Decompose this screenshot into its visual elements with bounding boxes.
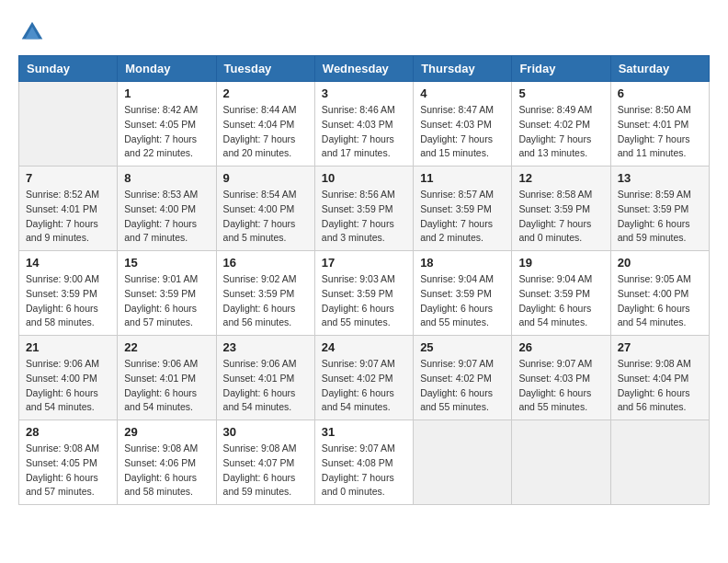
day-number: 11 bbox=[420, 171, 505, 185]
day-number: 16 bbox=[223, 256, 308, 270]
day-info: Sunrise: 9:06 AMSunset: 4:01 PMDaylight:… bbox=[223, 357, 308, 415]
calendar-cell: 20Sunrise: 9:05 AMSunset: 4:00 PMDayligh… bbox=[610, 251, 709, 336]
day-number: 21 bbox=[26, 340, 110, 354]
day-info: Sunrise: 9:08 AMSunset: 4:04 PMDaylight:… bbox=[618, 357, 702, 415]
page-header bbox=[18, 18, 710, 46]
weekday-header-saturday: Saturday bbox=[610, 56, 709, 82]
day-number: 1 bbox=[124, 86, 209, 100]
day-number: 13 bbox=[618, 171, 702, 185]
calendar-week-row: 21Sunrise: 9:06 AMSunset: 4:00 PMDayligh… bbox=[19, 336, 710, 420]
calendar-cell: 17Sunrise: 9:03 AMSunset: 3:59 PMDayligh… bbox=[314, 251, 413, 336]
logo-icon bbox=[18, 18, 46, 46]
day-info: Sunrise: 9:04 AMSunset: 3:59 PMDaylight:… bbox=[420, 272, 505, 330]
calendar-cell: 26Sunrise: 9:07 AMSunset: 4:03 PMDayligh… bbox=[512, 336, 610, 420]
day-number: 3 bbox=[322, 86, 406, 100]
day-info: Sunrise: 9:03 AMSunset: 3:59 PMDaylight:… bbox=[322, 272, 406, 330]
day-info: Sunrise: 9:05 AMSunset: 4:00 PMDaylight:… bbox=[618, 272, 702, 330]
day-info: Sunrise: 9:00 AMSunset: 3:59 PMDaylight:… bbox=[26, 272, 110, 330]
calendar-cell: 31Sunrise: 9:07 AMSunset: 4:08 PMDayligh… bbox=[314, 420, 413, 505]
day-info: Sunrise: 8:59 AMSunset: 3:59 PMDaylight:… bbox=[618, 188, 702, 246]
day-info: Sunrise: 9:07 AMSunset: 4:02 PMDaylight:… bbox=[322, 357, 406, 415]
day-number: 19 bbox=[518, 256, 603, 270]
weekday-header-friday: Friday bbox=[512, 56, 610, 82]
day-number: 28 bbox=[26, 425, 110, 439]
day-info: Sunrise: 8:42 AMSunset: 4:05 PMDaylight:… bbox=[124, 103, 209, 161]
day-info: Sunrise: 9:04 AMSunset: 3:59 PMDaylight:… bbox=[518, 272, 603, 330]
day-info: Sunrise: 8:57 AMSunset: 3:59 PMDaylight:… bbox=[420, 188, 505, 246]
day-number: 5 bbox=[518, 86, 603, 100]
calendar-cell: 10Sunrise: 8:56 AMSunset: 3:59 PMDayligh… bbox=[314, 167, 413, 251]
day-number: 29 bbox=[124, 425, 209, 439]
day-info: Sunrise: 8:49 AMSunset: 4:02 PMDaylight:… bbox=[518, 103, 603, 161]
day-info: Sunrise: 9:08 AMSunset: 4:07 PMDaylight:… bbox=[223, 442, 308, 500]
calendar-cell bbox=[512, 420, 610, 505]
day-number: 20 bbox=[618, 256, 702, 270]
calendar-cell: 1Sunrise: 8:42 AMSunset: 4:05 PMDaylight… bbox=[118, 82, 216, 167]
weekday-header-sunday: Sunday bbox=[19, 56, 118, 82]
logo bbox=[18, 18, 50, 46]
day-info: Sunrise: 9:08 AMSunset: 4:05 PMDaylight:… bbox=[26, 442, 110, 500]
day-info: Sunrise: 8:56 AMSunset: 3:59 PMDaylight:… bbox=[322, 188, 406, 246]
weekday-header-tuesday: Tuesday bbox=[216, 56, 314, 82]
day-info: Sunrise: 8:58 AMSunset: 3:59 PMDaylight:… bbox=[518, 188, 603, 246]
calendar-cell: 7Sunrise: 8:52 AMSunset: 4:01 PMDaylight… bbox=[19, 167, 118, 251]
calendar-cell: 19Sunrise: 9:04 AMSunset: 3:59 PMDayligh… bbox=[512, 251, 610, 336]
calendar-cell: 23Sunrise: 9:06 AMSunset: 4:01 PMDayligh… bbox=[216, 336, 314, 420]
day-info: Sunrise: 8:54 AMSunset: 4:00 PMDaylight:… bbox=[223, 188, 308, 246]
day-info: Sunrise: 8:52 AMSunset: 4:01 PMDaylight:… bbox=[26, 188, 110, 246]
day-info: Sunrise: 9:07 AMSunset: 4:08 PMDaylight:… bbox=[322, 442, 406, 500]
day-number: 10 bbox=[322, 171, 406, 185]
calendar-cell: 6Sunrise: 8:50 AMSunset: 4:01 PMDaylight… bbox=[610, 82, 709, 167]
day-info: Sunrise: 9:07 AMSunset: 4:02 PMDaylight:… bbox=[420, 357, 505, 415]
weekday-header-wednesday: Wednesday bbox=[314, 56, 413, 82]
calendar-cell: 14Sunrise: 9:00 AMSunset: 3:59 PMDayligh… bbox=[19, 251, 118, 336]
day-number: 9 bbox=[223, 171, 308, 185]
calendar-cell: 2Sunrise: 8:44 AMSunset: 4:04 PMDaylight… bbox=[216, 82, 314, 167]
day-number: 8 bbox=[124, 171, 209, 185]
calendar-cell: 3Sunrise: 8:46 AMSunset: 4:03 PMDaylight… bbox=[314, 82, 413, 167]
day-info: Sunrise: 9:07 AMSunset: 4:03 PMDaylight:… bbox=[518, 357, 603, 415]
calendar-cell: 15Sunrise: 9:01 AMSunset: 3:59 PMDayligh… bbox=[118, 251, 216, 336]
calendar-cell bbox=[610, 420, 709, 505]
day-number: 31 bbox=[322, 425, 406, 439]
calendar-week-row: 7Sunrise: 8:52 AMSunset: 4:01 PMDaylight… bbox=[19, 167, 710, 251]
weekday-header-monday: Monday bbox=[118, 56, 216, 82]
day-number: 12 bbox=[518, 171, 603, 185]
calendar-cell: 16Sunrise: 9:02 AMSunset: 3:59 PMDayligh… bbox=[216, 251, 314, 336]
day-number: 26 bbox=[518, 340, 603, 354]
weekday-header-thursday: Thursday bbox=[414, 56, 512, 82]
day-info: Sunrise: 8:46 AMSunset: 4:03 PMDaylight:… bbox=[322, 103, 406, 161]
weekday-header-row: SundayMondayTuesdayWednesdayThursdayFrid… bbox=[19, 56, 710, 82]
day-number: 25 bbox=[420, 340, 505, 354]
day-number: 14 bbox=[26, 256, 110, 270]
calendar-cell bbox=[19, 82, 118, 167]
day-info: Sunrise: 8:53 AMSunset: 4:00 PMDaylight:… bbox=[124, 188, 209, 246]
calendar-cell: 4Sunrise: 8:47 AMSunset: 4:03 PMDaylight… bbox=[414, 82, 512, 167]
calendar-week-row: 1Sunrise: 8:42 AMSunset: 4:05 PMDaylight… bbox=[19, 82, 710, 167]
calendar-cell: 11Sunrise: 8:57 AMSunset: 3:59 PMDayligh… bbox=[414, 167, 512, 251]
day-number: 4 bbox=[420, 86, 505, 100]
day-number: 2 bbox=[223, 86, 308, 100]
day-number: 15 bbox=[124, 256, 209, 270]
calendar-week-row: 28Sunrise: 9:08 AMSunset: 4:05 PMDayligh… bbox=[19, 420, 710, 505]
day-number: 18 bbox=[420, 256, 505, 270]
calendar-cell: 18Sunrise: 9:04 AMSunset: 3:59 PMDayligh… bbox=[414, 251, 512, 336]
calendar-cell: 29Sunrise: 9:08 AMSunset: 4:06 PMDayligh… bbox=[118, 420, 216, 505]
day-number: 23 bbox=[223, 340, 308, 354]
day-number: 27 bbox=[618, 340, 702, 354]
calendar-cell: 12Sunrise: 8:58 AMSunset: 3:59 PMDayligh… bbox=[512, 167, 610, 251]
day-info: Sunrise: 9:06 AMSunset: 4:01 PMDaylight:… bbox=[124, 357, 209, 415]
day-number: 30 bbox=[223, 425, 308, 439]
calendar-cell: 22Sunrise: 9:06 AMSunset: 4:01 PMDayligh… bbox=[118, 336, 216, 420]
day-info: Sunrise: 9:06 AMSunset: 4:00 PMDaylight:… bbox=[26, 357, 110, 415]
day-number: 17 bbox=[322, 256, 406, 270]
day-number: 24 bbox=[322, 340, 406, 354]
day-info: Sunrise: 8:47 AMSunset: 4:03 PMDaylight:… bbox=[420, 103, 505, 161]
calendar-table: SundayMondayTuesdayWednesdayThursdayFrid… bbox=[18, 55, 710, 505]
calendar-cell: 28Sunrise: 9:08 AMSunset: 4:05 PMDayligh… bbox=[19, 420, 118, 505]
calendar-cell: 30Sunrise: 9:08 AMSunset: 4:07 PMDayligh… bbox=[216, 420, 314, 505]
calendar-cell: 13Sunrise: 8:59 AMSunset: 3:59 PMDayligh… bbox=[610, 167, 709, 251]
day-info: Sunrise: 9:08 AMSunset: 4:06 PMDaylight:… bbox=[124, 442, 209, 500]
calendar-cell bbox=[414, 420, 512, 505]
day-number: 7 bbox=[26, 171, 110, 185]
